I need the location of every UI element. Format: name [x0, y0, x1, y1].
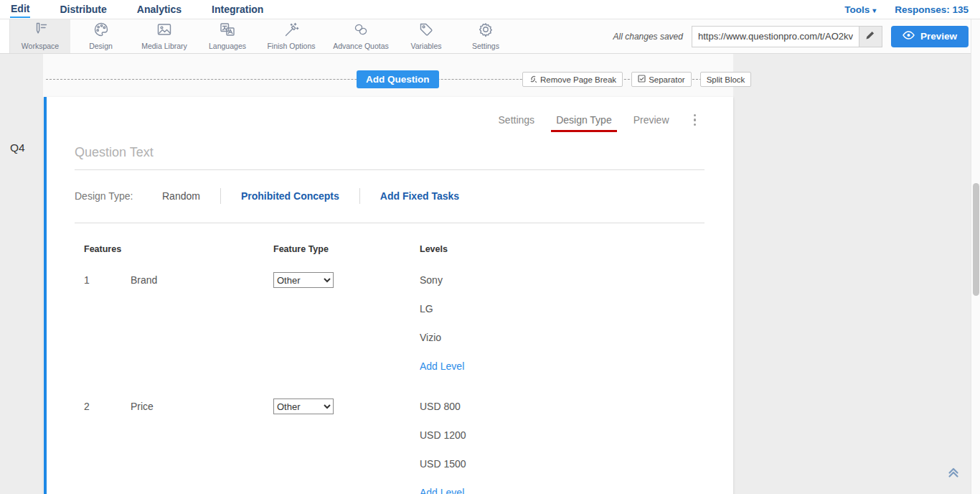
toolbar-item-label: Design	[89, 42, 113, 50]
preview-button[interactable]: Preview	[891, 26, 969, 47]
scrollbar-thumb[interactable]	[973, 183, 979, 296]
eye-icon	[903, 31, 915, 42]
level-item[interactable]: LG	[420, 294, 705, 323]
feature-number: 1	[84, 266, 131, 381]
separator-button[interactable]: Separator	[631, 72, 692, 87]
nav-tabs: Edit Distribute Analytics Integration	[0, 1, 264, 18]
feature-row: 1 Brand Other Sony LG Vizio Add Level	[75, 266, 705, 381]
toolbar: Workspace Design Media Library Languages	[0, 19, 980, 54]
tab-settings[interactable]: Settings	[499, 114, 535, 126]
toolbar-item-label: Finish Options	[267, 42, 315, 50]
toolbar-item-label: Variables	[411, 42, 442, 50]
survey-page: Add Question Remove Page Break Separator…	[43, 54, 733, 494]
languages-icon	[219, 22, 236, 40]
tab-design-type[interactable]: Design Type	[556, 114, 612, 126]
more-options-icon[interactable]	[691, 113, 699, 128]
responses-link[interactable]: Responses: 135	[895, 4, 969, 15]
feature-type-select[interactable]: Other	[273, 399, 334, 414]
features-table: Features Feature Type Levels 1 Brand Oth…	[75, 244, 705, 494]
feature-row: 2 Price Other USD 800 USD 1200 USD 1500 …	[75, 392, 705, 494]
divider	[220, 188, 221, 204]
features-header: Features	[84, 244, 273, 254]
finish-options-icon	[283, 22, 300, 40]
workspace-icon	[32, 22, 49, 40]
survey-url-box	[692, 26, 882, 47]
tools-label: Tools	[844, 4, 870, 15]
toolbar-item-label: Workspace	[22, 42, 59, 50]
levels-cell: USD 800 USD 1200 USD 1500 Add Level	[420, 392, 705, 494]
question-number-label: Q4	[10, 141, 25, 154]
toolbar-item-finish-options[interactable]: Finish Options	[258, 19, 325, 53]
toolbar-item-advance-quotas[interactable]: Advance Quotas	[325, 19, 397, 53]
caret-down-icon: ▾	[872, 6, 876, 14]
question-card: Settings Design Type Preview Question Te…	[44, 97, 733, 494]
unlink-icon	[529, 75, 537, 85]
feature-type-cell: Other	[273, 266, 420, 381]
level-item[interactable]: USD 1200	[420, 421, 705, 449]
level-item[interactable]: Sony	[420, 266, 705, 294]
design-type-label: Design Type:	[75, 190, 162, 202]
feature-name[interactable]: Brand	[131, 266, 273, 381]
question-tabs: Settings Design Type Preview	[75, 111, 705, 129]
toolbar-item-settings[interactable]: Settings	[456, 19, 516, 53]
variables-icon	[418, 22, 435, 40]
tab-preview[interactable]: Preview	[633, 114, 669, 126]
remove-page-break-button[interactable]: Remove Page Break	[522, 72, 623, 87]
level-item[interactable]: USD 1500	[420, 449, 705, 478]
media-library-icon	[156, 22, 173, 40]
question-text-placeholder: Question Text	[75, 145, 705, 160]
add-question-button[interactable]: Add Question	[357, 70, 439, 88]
add-level-link[interactable]: Add Level	[420, 352, 464, 381]
feature-number: 2	[84, 392, 131, 494]
save-status: All changes saved	[613, 32, 683, 42]
level-item[interactable]: Vizio	[420, 323, 705, 352]
feature-type-cell: Other	[273, 392, 420, 494]
add-level-link[interactable]: Add Level	[420, 478, 464, 494]
nav-tab-analytics[interactable]: Analytics	[136, 1, 182, 17]
toolbar-item-media-library[interactable]: Media Library	[131, 19, 197, 53]
design-type-row: Design Type: Random Prohibited Concepts …	[75, 188, 705, 204]
split-block-label: Split Block	[707, 75, 745, 84]
editor-workspace: Add Question Remove Page Break Separator…	[0, 54, 980, 494]
edit-url-button[interactable]	[859, 27, 882, 47]
toolbar-right: All changes saved Preview	[613, 19, 980, 53]
advance-quotas-icon	[352, 22, 369, 40]
vertical-scrollbar[interactable]	[971, 19, 980, 494]
checkbox-checked-icon	[638, 75, 646, 84]
top-nav: Edit Distribute Analytics Integration To…	[0, 0, 980, 19]
prohibited-concepts-link[interactable]: Prohibited Concepts	[241, 190, 339, 202]
feature-name[interactable]: Price	[131, 392, 273, 494]
page-break-controls: Remove Page Break Separator Split Block	[522, 72, 751, 87]
toolbar-item-workspace[interactable]: Workspace	[10, 19, 70, 53]
divider	[359, 188, 360, 204]
toolbar-item-languages[interactable]: Languages	[197, 19, 258, 53]
add-fixed-tasks-link[interactable]: Add Fixed Tasks	[380, 190, 459, 202]
split-block-button[interactable]: Split Block	[700, 72, 752, 87]
nav-tab-edit[interactable]: Edit	[10, 1, 30, 18]
level-item[interactable]: USD 800	[420, 392, 705, 421]
toolbar-item-variables[interactable]: Variables	[397, 19, 456, 53]
levels-cell: Sony LG Vizio Add Level	[420, 266, 705, 381]
scroll-to-top-button[interactable]	[946, 465, 961, 483]
toolbar-item-label: Media Library	[141, 42, 187, 50]
design-type-value[interactable]: Random	[162, 190, 200, 202]
nav-tab-distribute[interactable]: Distribute	[59, 1, 107, 17]
nav-right: Tools▾ Responses: 135	[844, 4, 980, 15]
toolbar-item-label: Languages	[209, 42, 246, 50]
design-icon	[93, 22, 110, 40]
remove-page-break-label: Remove Page Break	[540, 75, 616, 84]
toolbar-item-label: Advance Quotas	[333, 42, 389, 50]
feature-type-select[interactable]: Other	[273, 272, 334, 288]
survey-url-input[interactable]	[692, 27, 859, 47]
preview-label: Preview	[920, 31, 957, 42]
tools-menu[interactable]: Tools▾	[844, 4, 876, 15]
question-text-field[interactable]: Question Text	[75, 145, 705, 170]
features-table-header: Features Feature Type Levels	[75, 244, 705, 254]
section-divider	[75, 223, 705, 223]
toolbar-item-design[interactable]: Design	[70, 19, 131, 53]
separator-label: Separator	[649, 75, 685, 84]
pencil-icon	[865, 30, 875, 42]
levels-header: Levels	[420, 244, 705, 254]
questionpro-survey-editor: Edit Distribute Analytics Integration To…	[0, 0, 980, 494]
nav-tab-integration[interactable]: Integration	[211, 1, 264, 17]
